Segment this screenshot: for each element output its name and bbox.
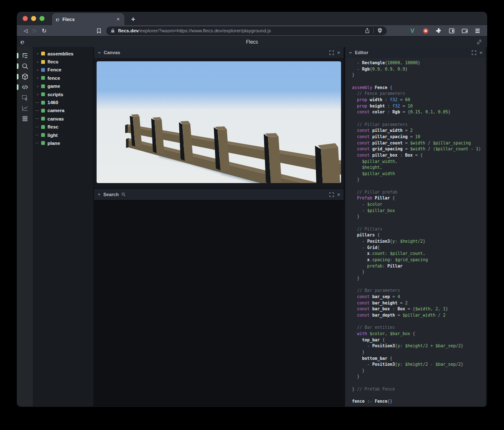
center-column: Canvas ×: [94, 47, 344, 406]
tree-item-scripts[interactable]: ›scripts: [33, 90, 93, 98]
code-line: const bar_depth = $pillar_width / 2: [352, 312, 486, 319]
code-line: [352, 183, 486, 189]
fence-3d-render: [97, 61, 341, 183]
tree-item-label: fence: [47, 76, 60, 81]
search-icon[interactable]: [17, 61, 33, 71]
tree-panel: ›assemblies›flecs›Fence›fence›game›scrip…: [33, 47, 93, 406]
code-line: - Rectangle{10000, 10000}: [352, 60, 486, 66]
browser-window: ℮ Flecs × + ◁ ▷ ↻ flecs.dev/explorer/?wa…: [17, 12, 487, 407]
browser-toolbar: ◁ ▷ ↻ flecs.dev/explorer/?wasm=https://w…: [17, 25, 487, 36]
vue-devtools-icon[interactable]: V: [409, 27, 416, 34]
code-editor[interactable]: - Rectangle{10000, 10000} - Rgb{0.9, 0.9…: [345, 58, 486, 406]
code-line: }: [352, 214, 486, 220]
chevron-right-icon[interactable]: ›: [35, 51, 40, 56]
code-line: $pillar_width,: [352, 159, 486, 165]
extensions-puzzle-icon[interactable]: [435, 27, 442, 34]
entity-kind-square-icon: [41, 133, 45, 137]
chevron-right-icon[interactable]: ›: [35, 60, 40, 64]
close-icon[interactable]: ×: [479, 50, 483, 55]
leaf-dash-icon: [35, 110, 40, 111]
code-line: const pillar_box : Box = {: [352, 152, 486, 159]
back-button[interactable]: ◁: [21, 28, 30, 34]
chevron-down-icon[interactable]: [349, 51, 352, 55]
code-line: const pillar_width = 2: [352, 128, 486, 134]
tree-item-fence[interactable]: ›fence: [33, 74, 93, 82]
entity-kind-square-icon: [41, 101, 45, 105]
fullscreen-icon[interactable]: [472, 50, 476, 55]
url-bar[interactable]: flecs.dev/explorer/?wasm=https://www.fle…: [106, 26, 387, 35]
rows-icon[interactable]: [17, 113, 33, 124]
search-glyph-icon: [121, 192, 126, 197]
minimize-window-button[interactable]: [31, 16, 36, 21]
entity-kind-square-icon: [41, 68, 45, 72]
chevron-right-icon[interactable]: ›: [35, 92, 40, 97]
canvas-3d-viewport[interactable]: [94, 58, 344, 188]
wallet-icon[interactable]: [461, 27, 468, 34]
new-tab-button[interactable]: +: [131, 16, 135, 23]
code-line: prop width : f32 = 60: [352, 97, 486, 103]
inspector-icon[interactable]: [17, 92, 33, 103]
search-results-area[interactable]: [94, 200, 344, 406]
code-line: - Position3{y: $height/2 + $bar_sep/2}: [352, 343, 486, 349]
leaf-dash-icon: [35, 135, 40, 135]
tree-item-label: flecs: [47, 59, 58, 64]
code-line: [352, 220, 486, 226]
tree-item-light[interactable]: light: [33, 131, 93, 139]
fullscreen-icon[interactable]: [329, 50, 334, 55]
entity-kind-square-icon: [41, 92, 45, 96]
panel-title: Search: [103, 192, 119, 197]
chevron-right-icon[interactable]: ›: [35, 68, 40, 72]
close-icon[interactable]: ×: [337, 192, 340, 197]
chevron-right-icon[interactable]: ›: [35, 76, 40, 80]
code-line: // Pillar parameters: [352, 122, 486, 128]
editor-panel-header: Editor ×: [345, 47, 486, 58]
close-window-button[interactable]: [23, 16, 28, 21]
zoom-window-button[interactable]: [39, 16, 45, 21]
entity-kind-square-icon: [41, 52, 45, 55]
code-icon[interactable]: [17, 82, 33, 92]
browser-tab[interactable]: ℮ Flecs ×: [52, 13, 124, 25]
tree-item-label: plane: [47, 141, 60, 146]
tree-item-1460[interactable]: 1460: [33, 98, 93, 106]
share-icon[interactable]: [365, 28, 370, 34]
scene-cube-icon[interactable]: [17, 71, 33, 82]
code-line: [352, 392, 486, 399]
panel-collapsed-dot-icon[interactable]: [98, 194, 100, 195]
close-icon[interactable]: ×: [337, 50, 340, 55]
tree-item-Fence[interactable]: ›Fence: [33, 66, 93, 74]
tree-item-assemblies[interactable]: ›assemblies: [33, 50, 93, 58]
code-line: const bar_box : Box = {$width, 2, 1}: [352, 306, 486, 312]
code-line: [352, 282, 486, 288]
tree-item-label: assemblies: [47, 51, 74, 56]
tree-item-game[interactable]: ›game: [33, 82, 93, 90]
code-line: }: [352, 374, 486, 380]
url-text: flecs.dev/explorer/?wasm=https://www.fle…: [118, 28, 271, 33]
app-body: ›assemblies›flecs›Fence›fence›game›scrip…: [17, 47, 487, 406]
fullscreen-icon[interactable]: [329, 192, 334, 197]
code-line: $height,: [352, 165, 486, 171]
sidebar-icon[interactable]: [448, 27, 455, 34]
forward-button[interactable]: ▷: [30, 28, 39, 34]
app-header: ℮ Flecs: [17, 36, 487, 47]
tree-item-flesc[interactable]: flesc: [33, 123, 93, 131]
menu-icon[interactable]: [474, 27, 481, 34]
entity-kind-square-icon: [41, 60, 45, 64]
extension-badge-icon[interactable]: [422, 27, 429, 34]
tree-item-canvas[interactable]: canvas: [33, 115, 93, 123]
chevron-down-icon[interactable]: [97, 51, 101, 55]
tree-item-flecs[interactable]: ›flecs: [33, 58, 93, 66]
tree-item-camera[interactable]: camera: [33, 107, 93, 115]
extension-icons: V: [409, 27, 481, 34]
bookmark-icon[interactable]: [96, 28, 102, 34]
stats-chart-icon[interactable]: [17, 103, 33, 113]
code-line: const pillar_spacing = 10: [352, 134, 486, 140]
code-line: bottom_bar {: [352, 356, 486, 362]
outliner-icon[interactable]: [17, 50, 33, 61]
tree-item-plane[interactable]: plane: [33, 139, 93, 147]
code-line: - Position3{y: $height/2 - $bar_sep/2}: [352, 362, 486, 368]
chevron-right-icon[interactable]: ›: [35, 84, 40, 89]
reload-button[interactable]: ↻: [39, 27, 49, 34]
brave-shield-icon[interactable]: [377, 28, 383, 34]
tab-close-button[interactable]: ×: [116, 16, 121, 22]
tree-item-label: flesc: [47, 124, 58, 129]
